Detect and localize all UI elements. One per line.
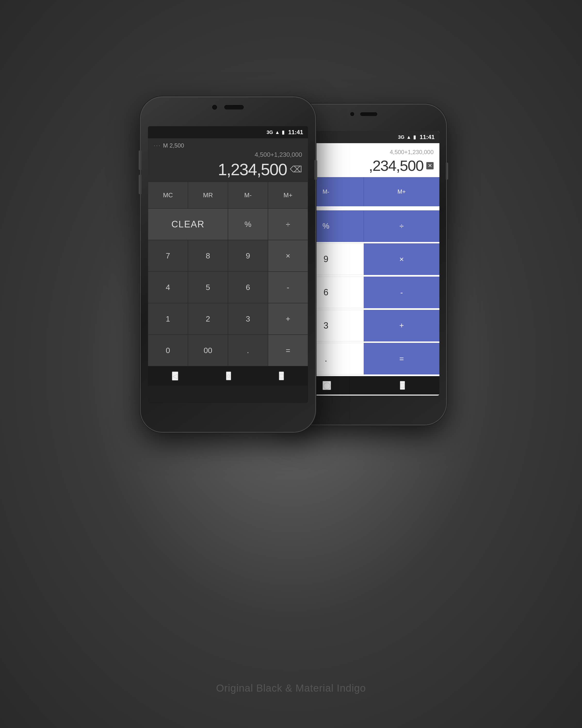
expression-line: 4,500+1,230,000 [154,151,302,158]
memory-dots: ··· [154,142,161,149]
indigo-plus[interactable]: + [364,310,439,341]
status-time: 11:41 [288,129,303,136]
camera [212,105,217,110]
btn-3[interactable]: 3 [228,303,268,335]
indigo-signal: ▲ [407,134,411,140]
btn-9[interactable]: 9 [228,240,268,271]
indigo-divide[interactable]: ÷ [364,210,439,242]
memory-value: M 2,500 [163,142,184,149]
memory-row: MC MR M- M+ [148,182,308,208]
backspace-button[interactable]: ⌫ [290,164,302,175]
minus-button[interactable]: - [268,271,308,303]
btn-0[interactable]: 0 [148,335,188,366]
indigo-nav-home[interactable]: ◯ [323,381,331,390]
row-123: 1 2 3 + [148,303,308,335]
btn-00[interactable]: 00 [188,335,228,366]
percent-button[interactable]: % [228,208,268,240]
caption: Original Black & Material Indigo [216,682,366,694]
indigo-multiply[interactable]: × [364,243,439,275]
indigo-status-icons: 3G ▲ ▮ 11:41 [398,134,435,140]
btn-1[interactable]: 1 [148,303,188,335]
mminus-button[interactable]: M- [228,182,268,208]
nav-home-button[interactable]: ○ [226,371,231,380]
btn-8[interactable]: 8 [188,240,228,271]
black-display: ··· M 2,500 4,500+1,230,000 1,234,500 ⌫ [148,138,308,182]
indigo-top-decorations [351,112,377,116]
mr-button[interactable]: MR [188,182,228,208]
black-status-bar: 3G ▲ ▮ 11:41 [148,126,308,138]
row-789: 7 8 9 × [148,240,308,271]
phones-container: 3G ▲ ▮ 11:41 ··· M 2,500 4,500+1,230,000… [121,73,461,655]
multiply-button[interactable]: × [268,240,308,271]
indigo-mplus[interactable]: M+ [364,177,439,206]
btn-7[interactable]: 7 [148,240,188,271]
volume-up-button[interactable] [139,151,142,170]
indigo-camera [351,112,354,116]
indigo-time: 11:41 [420,134,435,140]
nav-recent-button[interactable]: □ [279,371,284,380]
btn-5[interactable]: 5 [188,271,228,303]
power-button[interactable] [314,160,317,180]
memory-indicator: ··· M 2,500 [154,142,302,149]
row-0: 0 00 . = [148,335,308,366]
clear-button[interactable]: CLEAR [148,208,228,240]
speaker [224,105,244,109]
mplus-button[interactable]: M+ [268,182,308,208]
black-screen: 3G ▲ ▮ 11:41 ··· M 2,500 4,500+1,230,000… [148,126,308,403]
nav-back-button[interactable]: ◁ [172,371,178,381]
indigo-main-number: ,234,500 [369,157,423,174]
row-456: 4 5 6 - [148,271,308,303]
divide-button[interactable]: ÷ [268,208,308,240]
equals-button[interactable]: = [268,335,308,366]
battery-icon: ▮ [282,129,284,135]
signal-icon: ▲ [275,130,280,135]
clear-row: CLEAR % ÷ [148,208,308,240]
black-nav-bar: ◁ ○ □ [148,366,308,386]
btn-4[interactable]: 4 [148,271,188,303]
main-number: 1,234,500 [218,160,287,179]
btn-2[interactable]: 2 [188,303,228,335]
indigo-power-button[interactable] [446,163,448,180]
indigo-equals[interactable]: = [364,343,439,374]
phone-black: 3G ▲ ▮ 11:41 ··· M 2,500 4,500+1,230,000… [141,97,315,432]
phone-top-decorations [212,105,244,110]
black-calc-buttons: MC MR M- M+ CLEAR % ÷ 7 8 9 × [148,182,308,366]
network-indicator: 3G [267,130,273,135]
plus-button[interactable]: + [268,303,308,335]
indigo-battery: ▮ [413,134,416,140]
btn-6[interactable]: 6 [228,271,268,303]
mc-button[interactable]: MC [148,182,188,208]
indigo-minus[interactable]: - [364,277,439,308]
btn-dot[interactable]: . [228,335,268,366]
indigo-network: 3G [398,134,405,140]
volume-down-button[interactable] [139,175,142,194]
indigo-nav-recent[interactable]: □ [400,381,405,390]
main-value-row: 1,234,500 ⌫ [154,160,302,179]
indigo-backspace[interactable]: ✕ [426,162,434,170]
indigo-speaker [360,112,377,116]
status-icons: 3G ▲ ▮ 11:41 [267,129,303,136]
